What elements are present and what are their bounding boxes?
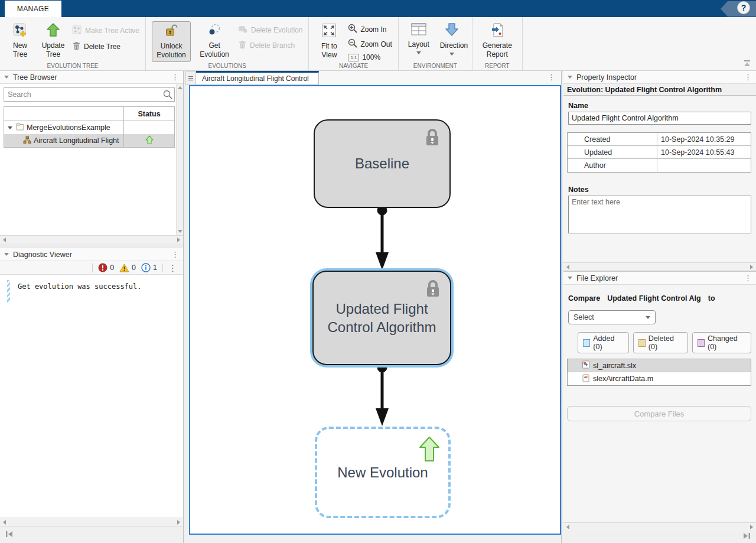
layout-button[interactable]: Layout xyxy=(405,21,433,56)
scroll-right-arrow-icon[interactable] xyxy=(177,520,180,525)
tree-browser-panel: Tree Browser ⋮ Status xyxy=(0,71,183,243)
panel-splitter[interactable] xyxy=(0,243,183,248)
compare-suffix: to xyxy=(708,294,715,303)
tab-list-button[interactable] xyxy=(185,71,196,85)
tabbar-menu-icon[interactable]: ⋮ xyxy=(548,73,555,81)
make-tree-active-label: Make Tree Active xyxy=(85,27,139,35)
scroll-left-arrow-icon[interactable] xyxy=(566,525,569,529)
select-value: Select xyxy=(573,313,594,321)
scroll-right-arrow-icon[interactable] xyxy=(750,525,753,529)
author-label: Author xyxy=(568,159,657,172)
node-label: New Evolution xyxy=(333,463,432,482)
table-row: Author xyxy=(568,159,751,172)
file-name: slexAircraftData.m xyxy=(593,375,653,383)
status-column-header: Status xyxy=(123,107,174,121)
zoom-in-icon xyxy=(348,24,357,35)
tree-row-project[interactable]: MergeEvolutionsExample xyxy=(4,121,174,134)
file-row-slex-aircraft-data[interactable]: slexAircraftData.m xyxy=(568,372,751,385)
tree-horizontal-scrollbar[interactable] xyxy=(0,235,183,243)
diagnostic-toolbar: 0 0 1 ⋮ xyxy=(0,261,183,275)
tab-aircraft-longitudinal-flight-control[interactable]: Aircraft Longitudinal Flight Control xyxy=(196,71,319,85)
changed-swatch-icon xyxy=(698,339,705,347)
collapse-panel-icon[interactable] xyxy=(4,76,9,79)
status-updated-arrow-icon xyxy=(145,135,154,146)
property-inspector-horizontal-scrollbar[interactable] xyxy=(563,262,756,271)
make-tree-active-icon xyxy=(72,25,82,37)
direction-dropdown-caret-icon[interactable] xyxy=(449,53,454,56)
simulink-model-file-icon xyxy=(582,360,590,370)
compare-target-name: Updated Flight Control Alg xyxy=(607,294,701,303)
ribbon-group-report: Generate Report REPORT xyxy=(472,17,523,70)
filter-deleted-label: Deleted (0) xyxy=(649,334,683,351)
node-updated-flight-control-algorithm[interactable]: Updated Flight Control Algorithm xyxy=(312,271,451,365)
generate-report-button[interactable]: Generate Report xyxy=(478,21,516,61)
author-value[interactable] xyxy=(657,159,751,172)
search-input[interactable] xyxy=(4,87,175,102)
filter-added-button[interactable]: Added (0) xyxy=(578,332,629,353)
property-inspector-menu-icon[interactable]: ⋮ xyxy=(744,73,752,81)
update-tree-icon xyxy=(46,23,60,40)
fit-to-view-button[interactable]: Fit to View xyxy=(315,21,343,61)
file-explorer-horizontal-scrollbar[interactable] xyxy=(563,522,756,531)
collapse-panel-icon[interactable] xyxy=(568,76,572,79)
update-tree-button[interactable]: Update Tree xyxy=(39,21,67,61)
filter-deleted-button[interactable]: Deleted (0) xyxy=(633,332,688,353)
collapse-panel-icon[interactable] xyxy=(568,277,572,279)
node-baseline[interactable]: Baseline xyxy=(314,119,451,208)
collapse-panel-icon[interactable] xyxy=(4,253,9,256)
zoom-out-button[interactable]: Zoom Out xyxy=(348,38,392,50)
tree-browser-menu-icon[interactable]: ⋮ xyxy=(171,73,179,81)
filter-changed-button[interactable]: Changed (0) xyxy=(692,332,751,353)
scroll-up-arrow-icon[interactable] xyxy=(178,86,183,89)
new-tree-button[interactable]: New Tree xyxy=(6,21,34,61)
scroll-left-arrow-icon[interactable] xyxy=(566,265,569,269)
lock-icon[interactable] xyxy=(425,280,441,302)
unlock-evolution-button[interactable]: Unlock Evolution xyxy=(152,21,191,62)
get-evolution-button[interactable]: Get Evolution xyxy=(195,21,233,61)
warning-count-badge[interactable]: 0 xyxy=(119,264,136,272)
minimize-ribbon-icon[interactable] xyxy=(743,60,751,69)
node-new-evolution[interactable]: New Evolution xyxy=(315,427,451,518)
scroll-right-arrow-icon[interactable] xyxy=(177,238,180,242)
layout-dropdown-caret-icon[interactable] xyxy=(416,51,421,54)
info-count-badge[interactable]: 1 xyxy=(141,263,157,272)
zoom-in-button[interactable]: Zoom In xyxy=(348,24,392,35)
collapse-right-panel-icon[interactable] xyxy=(742,532,751,542)
updated-label: Updated xyxy=(568,146,657,158)
error-count: 0 xyxy=(110,264,114,272)
direction-label: Direction xyxy=(440,41,464,50)
direction-button[interactable]: Direction xyxy=(438,21,466,57)
left-horizontal-scrollbar[interactable] xyxy=(0,518,183,526)
scroll-right-arrow-icon[interactable] xyxy=(750,265,753,269)
evolution-canvas[interactable]: Baseline Updated Flight Control Algorith… xyxy=(189,85,561,535)
trash-icon xyxy=(72,41,81,52)
name-field-label: Name xyxy=(568,102,751,110)
tab-manage[interactable]: MANAGE xyxy=(5,1,61,17)
tree-row-evolution-tree[interactable]: Aircraft Longitudinal Flight xyxy=(4,134,174,147)
scroll-down-arrow-icon[interactable] xyxy=(178,230,183,233)
expand-caret-icon[interactable] xyxy=(8,126,12,129)
zoom-level-button[interactable]: 1:1 100% xyxy=(348,53,392,61)
file-explorer-menu-icon[interactable]: ⋮ xyxy=(744,274,752,282)
delete-evolution-button: Delete Evolution xyxy=(238,25,302,35)
evolution-name-input[interactable] xyxy=(568,112,751,125)
compare-to-select[interactable]: Select xyxy=(568,310,656,324)
help-icon[interactable]: ? xyxy=(737,1,750,14)
collapse-left-panel-icon[interactable] xyxy=(5,530,14,540)
scroll-left-arrow-icon[interactable] xyxy=(3,520,6,525)
ribbon: New Tree Update Tree Make Tree Active xyxy=(0,17,756,71)
file-explorer-header: File Explorer ⋮ xyxy=(563,272,756,285)
notes-textarea[interactable] xyxy=(568,196,751,233)
tree-vertical-scrollbar[interactable] xyxy=(176,84,183,235)
diagnostic-viewer-menu-icon[interactable]: ⋮ xyxy=(171,251,179,258)
scroll-left-arrow-icon[interactable] xyxy=(3,238,6,242)
compare-files-button: Compare Files xyxy=(567,406,751,421)
error-count-badge[interactable]: 0 xyxy=(98,263,114,272)
filter-added-label: Added (0) xyxy=(593,334,623,351)
metadata-table: Created 10-Sep-2024 10:35:29 Updated 10-… xyxy=(567,132,751,173)
lock-icon[interactable] xyxy=(425,129,440,151)
delete-tree-button[interactable]: Delete Tree xyxy=(72,41,139,52)
new-tree-icon xyxy=(13,23,27,40)
diagnostic-toolbar-menu-icon[interactable]: ⋮ xyxy=(168,264,177,272)
file-row-sl-aircraft[interactable]: sl_aircraft.slx xyxy=(568,359,751,372)
